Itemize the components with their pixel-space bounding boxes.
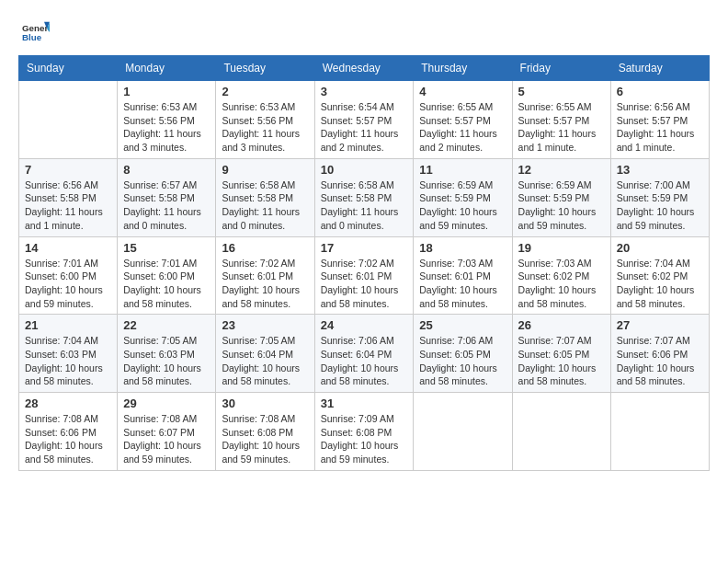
calendar-cell: 2Sunrise: 6:53 AM Sunset: 5:56 PM Daylig… [216,81,314,159]
calendar-cell: 17Sunrise: 7:02 AM Sunset: 6:01 PM Dayli… [314,236,414,315]
calendar-cell: 18Sunrise: 7:03 AM Sunset: 6:01 PM Dayli… [414,236,512,315]
day-number: 29 [123,396,210,410]
header-saturday: Saturday [610,56,709,81]
calendar-cell: 20Sunrise: 7:04 AM Sunset: 6:02 PM Dayli… [610,236,709,315]
day-number: 20 [617,241,703,255]
day-info: Sunrise: 7:08 AM Sunset: 6:08 PM Dayligh… [222,412,308,466]
day-info: Sunrise: 7:08 AM Sunset: 6:07 PM Dayligh… [123,412,210,466]
day-number: 5 [518,85,605,98]
calendar-cell [19,81,118,159]
calendar-cell [512,393,610,471]
header-sunday: Sunday [19,56,118,81]
day-info: Sunrise: 7:01 AM Sunset: 6:00 PM Dayligh… [25,257,111,311]
day-number: 4 [419,85,506,98]
day-number: 19 [518,241,605,255]
calendar-cell: 3Sunrise: 6:54 AM Sunset: 5:57 PM Daylig… [314,81,414,159]
day-number: 16 [222,241,308,255]
day-number: 10 [321,163,408,177]
day-info: Sunrise: 7:06 AM Sunset: 6:04 PM Dayligh… [321,334,408,388]
day-info: Sunrise: 7:07 AM Sunset: 6:05 PM Dayligh… [518,334,605,388]
calendar-cell: 22Sunrise: 7:05 AM Sunset: 6:03 PM Dayli… [118,315,216,393]
calendar-week-row: 1Sunrise: 6:53 AM Sunset: 5:56 PM Daylig… [19,81,710,159]
day-info: Sunrise: 6:59 AM Sunset: 5:59 PM Dayligh… [518,178,605,233]
day-number: 14 [25,241,111,255]
page-header: General Blue [18,18,710,46]
calendar-week-row: 21Sunrise: 7:04 AM Sunset: 6:03 PM Dayli… [19,315,710,393]
calendar-header-row: SundayMondayTuesdayWednesdayThursdayFrid… [19,56,710,81]
calendar-cell: 21Sunrise: 7:04 AM Sunset: 6:03 PM Dayli… [19,315,118,393]
day-info: Sunrise: 6:59 AM Sunset: 5:59 PM Dayligh… [419,178,506,233]
day-info: Sunrise: 6:54 AM Sunset: 5:57 PM Dayligh… [321,100,408,155]
day-info: Sunrise: 7:02 AM Sunset: 6:01 PM Dayligh… [321,257,408,311]
day-number: 26 [518,318,605,332]
day-number: 27 [617,318,703,332]
header-wednesday: Wednesday [314,56,414,81]
day-info: Sunrise: 6:57 AM Sunset: 5:58 PM Dayligh… [123,178,210,233]
calendar-cell: 28Sunrise: 7:08 AM Sunset: 6:06 PM Dayli… [19,393,118,471]
day-number: 18 [419,241,506,255]
calendar-cell: 5Sunrise: 6:55 AM Sunset: 5:57 PM Daylig… [512,81,610,159]
calendar-cell: 7Sunrise: 6:56 AM Sunset: 5:58 PM Daylig… [19,158,118,236]
day-number: 21 [25,318,111,332]
header-thursday: Thursday [414,56,512,81]
calendar-cell: 19Sunrise: 7:03 AM Sunset: 6:02 PM Dayli… [512,236,610,315]
day-info: Sunrise: 7:06 AM Sunset: 6:05 PM Dayligh… [419,334,506,388]
day-number: 13 [617,163,703,177]
day-info: Sunrise: 7:02 AM Sunset: 6:01 PM Dayligh… [222,257,308,311]
day-number: 6 [617,85,703,98]
calendar-cell: 12Sunrise: 6:59 AM Sunset: 5:59 PM Dayli… [512,158,610,236]
day-info: Sunrise: 6:56 AM Sunset: 5:58 PM Dayligh… [25,178,111,233]
calendar-cell: 8Sunrise: 6:57 AM Sunset: 5:58 PM Daylig… [118,158,216,236]
calendar-cell: 25Sunrise: 7:06 AM Sunset: 6:05 PM Dayli… [414,315,512,393]
calendar-cell: 31Sunrise: 7:09 AM Sunset: 6:08 PM Dayli… [314,393,414,471]
calendar-cell: 1Sunrise: 6:53 AM Sunset: 5:56 PM Daylig… [118,81,216,159]
calendar-cell: 4Sunrise: 6:55 AM Sunset: 5:57 PM Daylig… [414,81,512,159]
calendar-cell: 29Sunrise: 7:08 AM Sunset: 6:07 PM Dayli… [118,393,216,471]
day-info: Sunrise: 6:58 AM Sunset: 5:58 PM Dayligh… [321,178,408,233]
day-number: 12 [518,163,605,177]
calendar-cell: 14Sunrise: 7:01 AM Sunset: 6:00 PM Dayli… [19,236,118,315]
calendar-week-row: 28Sunrise: 7:08 AM Sunset: 6:06 PM Dayli… [19,393,710,471]
day-number: 24 [321,318,408,332]
calendar-cell: 30Sunrise: 7:08 AM Sunset: 6:08 PM Dayli… [216,393,314,471]
calendar-cell: 10Sunrise: 6:58 AM Sunset: 5:58 PM Dayli… [314,158,414,236]
calendar-cell: 6Sunrise: 6:56 AM Sunset: 5:57 PM Daylig… [610,81,709,159]
day-info: Sunrise: 6:53 AM Sunset: 5:56 PM Dayligh… [123,100,210,155]
day-info: Sunrise: 7:03 AM Sunset: 6:01 PM Dayligh… [419,257,506,311]
day-info: Sunrise: 6:55 AM Sunset: 5:57 PM Dayligh… [419,100,506,155]
calendar-cell: 26Sunrise: 7:07 AM Sunset: 6:05 PM Dayli… [512,315,610,393]
day-info: Sunrise: 7:08 AM Sunset: 6:06 PM Dayligh… [25,412,111,466]
day-info: Sunrise: 6:58 AM Sunset: 5:58 PM Dayligh… [222,178,308,233]
day-number: 9 [222,163,308,177]
day-number: 2 [222,85,308,98]
day-number: 31 [321,396,408,410]
day-info: Sunrise: 7:05 AM Sunset: 6:03 PM Dayligh… [123,334,210,388]
day-info: Sunrise: 7:09 AM Sunset: 6:08 PM Dayligh… [321,412,408,466]
day-info: Sunrise: 6:53 AM Sunset: 5:56 PM Dayligh… [222,100,308,155]
day-number: 28 [25,396,111,410]
logo: General Blue [18,18,51,46]
day-number: 23 [222,318,308,332]
day-number: 22 [123,318,210,332]
calendar-cell: 16Sunrise: 7:02 AM Sunset: 6:01 PM Dayli… [216,236,314,315]
calendar-cell: 24Sunrise: 7:06 AM Sunset: 6:04 PM Dayli… [314,315,414,393]
day-info: Sunrise: 7:04 AM Sunset: 6:03 PM Dayligh… [25,334,111,388]
svg-text:Blue: Blue [22,32,42,42]
header-tuesday: Tuesday [216,56,314,81]
header-friday: Friday [512,56,610,81]
calendar-cell [610,393,709,471]
day-number: 11 [419,163,506,177]
day-info: Sunrise: 7:04 AM Sunset: 6:02 PM Dayligh… [617,257,703,311]
day-number: 3 [321,85,408,98]
calendar-cell: 13Sunrise: 7:00 AM Sunset: 5:59 PM Dayli… [610,158,709,236]
calendar-week-row: 7Sunrise: 6:56 AM Sunset: 5:58 PM Daylig… [19,158,710,236]
day-info: Sunrise: 7:05 AM Sunset: 6:04 PM Dayligh… [222,334,308,388]
general-blue-logo-icon: General Blue [22,18,50,46]
day-info: Sunrise: 7:01 AM Sunset: 6:00 PM Dayligh… [123,257,210,311]
day-info: Sunrise: 7:07 AM Sunset: 6:06 PM Dayligh… [617,334,703,388]
calendar-cell: 9Sunrise: 6:58 AM Sunset: 5:58 PM Daylig… [216,158,314,236]
header-monday: Monday [118,56,216,81]
day-number: 15 [123,241,210,255]
day-number: 7 [25,163,111,177]
day-number: 8 [123,163,210,177]
